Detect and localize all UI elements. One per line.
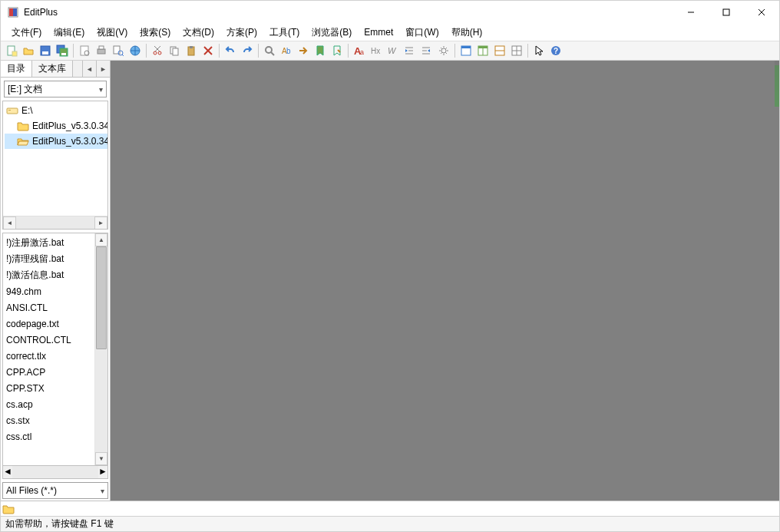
goto-button[interactable] [295,42,312,59]
undo-button[interactable] [222,42,239,59]
menu-item-2[interactable]: 视图(V) [91,25,134,41]
chevron-down-icon: ▾ [99,85,103,94]
file-item[interactable]: CPP.ACP [6,364,94,380]
next-bookmark-button[interactable] [329,42,345,59]
browser-button[interactable] [127,42,144,59]
tab-directory[interactable]: 目录 [1,61,32,77]
open-file-button[interactable] [20,42,37,59]
window2-button[interactable] [474,42,491,59]
file-item[interactable]: ANSI.CTL [6,299,94,316]
menu-item-7[interactable]: 浏览器(B) [306,25,358,41]
folder-open-icon [17,135,29,147]
close-button[interactable] [744,1,779,24]
cursor-button[interactable] [530,42,547,59]
tree-item[interactable]: EditPlus_v5.3.0.34 [5,134,107,149]
cut-button[interactable] [149,42,166,59]
bookmark-button[interactable] [312,42,329,59]
new-file-button[interactable] [3,42,20,59]
svg-line-22 [155,46,160,51]
window4-button[interactable] [508,42,525,59]
settings-button[interactable] [435,42,452,59]
file-item-label: CONTROL.CTL [6,335,71,345]
tree-item[interactable]: EditPlus_v5.3.0.342 [5,118,107,134]
file-item[interactable]: !)清理残留.bat [6,251,94,267]
file-item[interactable]: codepage.txt [6,316,94,332]
file-hscrollbar[interactable]: ◄ ► [2,466,108,479]
open-files-strip[interactable] [1,501,779,516]
menu-item-4[interactable]: 文档(D) [177,25,220,41]
file-item[interactable]: !)注册激活.bat [6,235,94,251]
menu-item-6[interactable]: 工具(T) [263,25,306,41]
menu-item-5[interactable]: 方案(P) [220,25,263,41]
paste-button[interactable] [183,42,200,59]
menu-item-1[interactable]: 编辑(E) [48,25,91,41]
file-vscrollbar[interactable]: ▲ ▼ [94,233,107,465]
scroll-left-icon[interactable]: ◄ [3,466,12,478]
find-button[interactable] [261,42,278,59]
print-button[interactable] [93,42,110,59]
scroll-right-icon[interactable]: ► [94,216,107,230]
file-item[interactable]: correct.tlx [6,348,94,364]
svg-line-31 [271,52,274,55]
drive-label: [E:] 文档 [8,83,42,96]
file-item-label: CPP.ACP [6,367,45,378]
status-text: 如需帮助，请按键盘 F1 键 [5,517,114,530]
svg-text:W: W [388,46,397,55]
tab-nav-next[interactable]: ► [96,61,110,77]
cursor-icon [533,45,545,57]
svg-rect-25 [173,48,178,55]
paste-icon [185,45,197,57]
scroll-up-icon[interactable]: ▲ [95,233,107,246]
menu-item-3[interactable]: 搜索(S) [134,25,177,41]
window1-button[interactable] [458,42,474,59]
editor-area[interactable] [111,61,779,501]
file-item-label: ANSI.CTL [6,302,48,313]
delete-button[interactable] [200,42,216,59]
svg-rect-6 [12,51,17,56]
maximize-button[interactable] [709,1,744,24]
minimize-button[interactable] [673,1,709,24]
print-preview-button[interactable] [76,42,93,59]
replace-button[interactable]: Ab [278,42,295,59]
file-item[interactable]: 949.chm [6,283,94,299]
folder-tree[interactable]: E:\EditPlus_v5.3.0.342EditPlus_v5.3.0.34… [2,101,108,230]
window3-button[interactable] [491,42,508,59]
folder-icon [2,503,15,515]
goto-icon [297,45,309,57]
scroll-left-icon[interactable]: ◄ [3,216,16,230]
help-button[interactable]: ? [547,42,564,59]
redo-button[interactable] [239,42,256,59]
menu-item-9[interactable]: 窗口(W) [399,25,445,41]
scroll-down-icon[interactable]: ▼ [95,452,107,465]
file-item[interactable]: css.ctl [6,428,94,444]
font-button[interactable]: Aa [351,42,368,59]
tree-hscrollbar[interactable]: ◄ ► [3,216,107,229]
file-list[interactable]: !)注册激活.bat!)清理残留.bat!)激活信息.bat949.chmANS… [2,233,108,466]
tab-nav-prev[interactable]: ◄ [82,61,96,77]
save-all-button[interactable] [54,42,71,59]
copy-button[interactable] [166,42,183,59]
tree-item[interactable]: E:\ [5,103,107,118]
wrap-button[interactable]: W [385,42,402,59]
tab-library[interactable]: 文本库 [32,61,73,77]
file-item-label: cs.acp [6,399,33,410]
svg-rect-57 [7,108,18,114]
file-item[interactable]: !)激活信息.bat [6,267,94,283]
file-item[interactable]: CONTROL.CTL [6,332,94,348]
redo-icon [241,45,253,57]
find-in-files-button[interactable] [110,42,127,59]
menu-item-8[interactable]: Emmet [358,25,399,39]
hex-button[interactable]: Hx [368,42,385,59]
file-item[interactable]: cs.acp [6,396,94,412]
menu-item-10[interactable]: 帮助(H) [445,25,489,41]
menu-item-0[interactable]: 文件(F) [5,25,48,41]
drive-select[interactable]: [E:] 文档 ▾ [4,81,107,97]
file-filter-select[interactable]: All Files (*.*) ▾ [2,482,108,499]
hex-icon: Hx [370,45,382,57]
indent-button[interactable] [402,42,418,59]
save-button[interactable] [37,42,54,59]
scroll-right-icon[interactable]: ► [98,466,107,478]
file-item[interactable]: CPP.STX [6,380,94,396]
file-item[interactable]: cs.stx [6,412,94,428]
outdent-button[interactable] [418,42,435,59]
